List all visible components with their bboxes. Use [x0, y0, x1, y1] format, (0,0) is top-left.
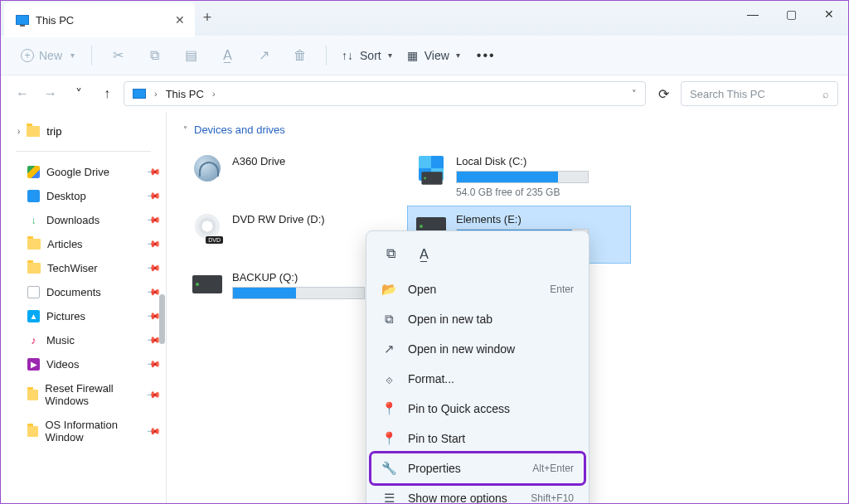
rename-button[interactable]: A̲: [410, 241, 438, 266]
pin-icon: 📌: [145, 188, 161, 204]
sort-label: Sort: [360, 49, 381, 62]
context-menu-item[interactable]: ☰Show more optionsShift+F10: [371, 483, 584, 504]
more-icon: ☰: [381, 491, 396, 504]
sort-icon: ↑↓: [342, 49, 353, 62]
recent-dropdown[interactable]: ˅: [67, 82, 90, 105]
context-menu-item[interactable]: ⧉Open in new tab: [371, 304, 584, 334]
section-header[interactable]: ˅ Devices and drives: [183, 124, 832, 136]
drive-icon: [191, 155, 224, 182]
close-button[interactable]: ✕: [810, 1, 848, 27]
plus-icon: +: [21, 49, 34, 62]
forward-button[interactable]: →: [39, 82, 62, 105]
breadcrumb-root[interactable]: This PC: [166, 88, 204, 100]
sidebar-item[interactable]: Documents📌: [1, 280, 166, 304]
window-controls: — ▢ ✕: [734, 1, 848, 27]
rename-button[interactable]: A̲: [210, 41, 245, 70]
sidebar-item[interactable]: ▶Videos📌: [1, 352, 166, 376]
context-item-label: Open in new tab: [408, 313, 492, 326]
new-label: New: [39, 49, 62, 62]
context-menu-item[interactable]: ↗Open in new window: [371, 334, 584, 364]
sidebar-item[interactable]: ▲Pictures📌: [1, 304, 166, 328]
context-item-label: Open in new window: [408, 342, 515, 356]
sidebar-item-trip[interactable]: › trip: [1, 120, 166, 143]
drive-icon: [191, 271, 224, 298]
context-menu-item[interactable]: 📂OpenEnter: [371, 274, 584, 304]
tab-icon: ⧉: [381, 312, 396, 327]
divider: [16, 151, 151, 152]
delete-button[interactable]: 🗑: [283, 41, 318, 70]
more-button[interactable]: •••: [468, 48, 504, 63]
context-menu-item[interactable]: 🔧PropertiesAlt+Enter: [371, 453, 584, 483]
scrollbar-thumb[interactable]: [159, 294, 165, 344]
sidebar-item-label: trip: [46, 125, 61, 138]
pin-icon: 📌: [145, 164, 161, 180]
drive-item[interactable]: Local Disk (C:)54.0 GB free of 235 GB: [407, 148, 631, 206]
section-title: Devices and drives: [194, 124, 285, 136]
chevron-right-icon: ›: [154, 89, 158, 99]
sidebar-item[interactable]: TechWiser📌: [1, 256, 166, 280]
titlebar: This PC ✕ + — ▢ ✕: [1, 1, 848, 36]
pin-icon: 📌: [145, 423, 161, 439]
drive-item[interactable]: A360 Drive: [183, 148, 407, 206]
pin-icon: 📌: [145, 212, 161, 228]
tab-title: This PC: [36, 14, 74, 27]
chevron-down-icon: ˅: [183, 125, 187, 134]
folder-icon: [27, 126, 40, 137]
shortcut-label: Shift+F10: [531, 492, 574, 504]
capacity-bar: [456, 171, 589, 183]
drive-name: DVD RW Drive (D:): [232, 213, 400, 225]
minimize-button[interactable]: —: [734, 1, 772, 27]
up-button[interactable]: ↑: [95, 82, 119, 105]
search-input[interactable]: Search This PC ⌕: [681, 81, 838, 106]
search-placeholder: Search This PC: [690, 88, 765, 100]
refresh-button[interactable]: ⟳: [651, 86, 676, 102]
pin-icon: 📌: [145, 236, 161, 252]
pin-icon: 📌: [145, 260, 161, 276]
fmt-icon: ⟐: [381, 371, 396, 386]
search-icon: ⌕: [822, 88, 829, 100]
paste-button[interactable]: ▤: [173, 41, 208, 70]
address-bar: ← → ˅ ↑ › This PC › ˅ ⟳ Search This PC ⌕: [1, 75, 848, 112]
navigation-pane: › trip Google Drive📌Desktop📌↓Downloads📌A…: [1, 112, 167, 504]
chevron-down-icon[interactable]: ˅: [632, 89, 637, 99]
new-button[interactable]: + New ▾: [12, 44, 83, 67]
pin-icon: 📌: [145, 356, 161, 372]
active-tab[interactable]: This PC ✕: [4, 2, 195, 37]
sort-button[interactable]: ↑↓ Sort ▾: [335, 49, 399, 62]
copy-button[interactable]: ⧉: [376, 241, 405, 266]
sidebar-item[interactable]: OS Information Window📌: [1, 413, 166, 449]
view-button[interactable]: ▦ View ▾: [400, 49, 467, 62]
this-pc-icon: [16, 15, 29, 25]
sidebar-item[interactable]: Articles📌: [1, 232, 166, 256]
ext-icon: ↗: [381, 342, 396, 356]
view-label: View: [424, 49, 449, 62]
maximize-button[interactable]: ▢: [772, 1, 810, 27]
sidebar-item[interactable]: Reset Firewall Windows📌: [1, 376, 166, 413]
sidebar-item[interactable]: ♪Music📌: [1, 328, 166, 352]
pin-icon: 📍: [381, 431, 396, 446]
pin-icon: 📍: [381, 401, 396, 416]
sidebar-item[interactable]: Google Drive📌: [1, 160, 166, 184]
chevron-right-icon: ›: [212, 89, 216, 99]
sidebar-item[interactable]: Desktop📌: [1, 184, 166, 208]
tab-close-icon[interactable]: ✕: [175, 13, 185, 27]
wrench-icon: 🔧: [381, 461, 396, 476]
drive-free: 54.0 GB free of 235 GB: [456, 187, 623, 198]
cut-button[interactable]: ✂: [100, 41, 135, 70]
back-button[interactable]: ←: [11, 82, 34, 105]
chevron-down-icon: ▾: [456, 51, 460, 60]
drive-name: Local Disk (C:): [456, 155, 623, 167]
sidebar-item[interactable]: ↓Downloads📌: [1, 208, 166, 232]
copy-button[interactable]: ⧉: [137, 41, 172, 70]
chevron-down-icon: ▾: [388, 51, 392, 60]
divider: [91, 46, 92, 65]
drive-name: Elements (E:): [456, 213, 623, 225]
add-tab-button[interactable]: +: [195, 9, 220, 27]
share-button[interactable]: ↗: [246, 41, 281, 70]
context-menu-item[interactable]: ⟐Format...: [371, 364, 584, 394]
context-menu-item[interactable]: 📍Pin to Quick access: [371, 394, 584, 424]
context-menu-item[interactable]: 📍Pin to Start: [371, 424, 584, 453]
breadcrumb[interactable]: › This PC › ˅: [124, 81, 646, 106]
capacity-bar: [232, 287, 365, 299]
divider: [326, 46, 327, 65]
